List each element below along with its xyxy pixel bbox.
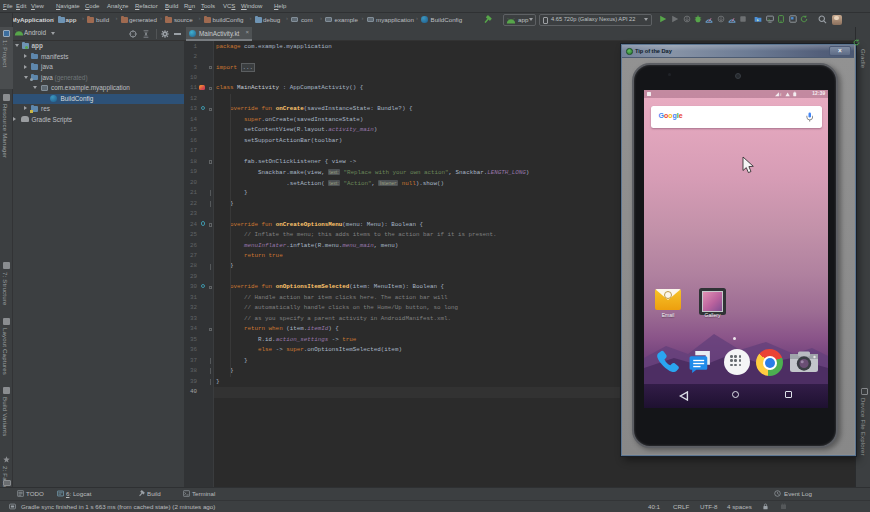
svg-text:il: il: [780, 93, 782, 97]
